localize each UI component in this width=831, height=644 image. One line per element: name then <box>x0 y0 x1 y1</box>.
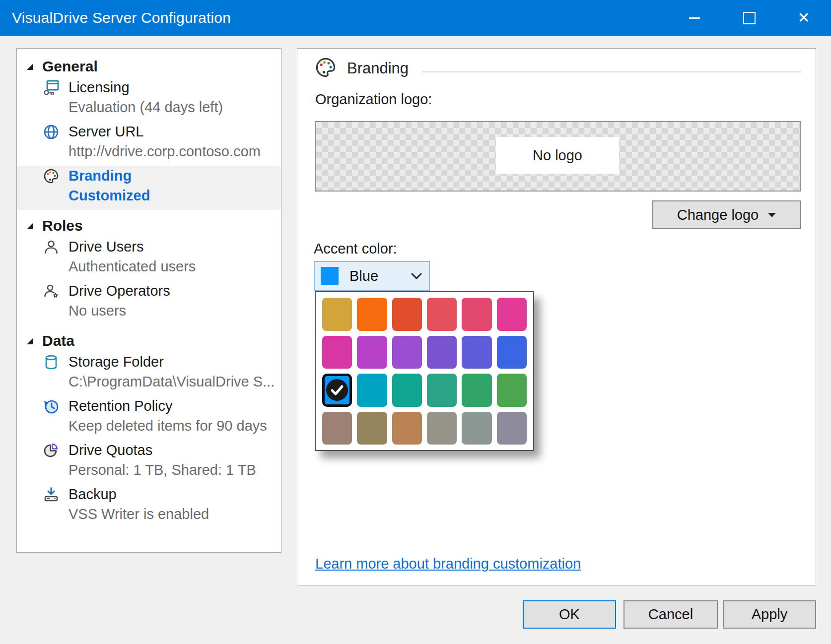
palette-icon <box>43 168 60 185</box>
tree-item-title: Drive Users <box>69 237 281 257</box>
section-label: General <box>42 58 98 75</box>
tree-item-licensing[interactable]: Licensing Evaluation (44 days left) <box>17 77 281 122</box>
section-label: Data <box>42 332 74 349</box>
tree-item-drive-users[interactable]: Drive Users Authenticated users <box>17 237 281 281</box>
tree-item-backup[interactable]: Backup VSS Writer is enabled <box>17 484 281 528</box>
organization-logo-label: Organization logo: <box>315 91 432 108</box>
accent-color-label: Accent color: <box>314 241 397 257</box>
tree-item-subtitle: VSS Writer is enabled <box>69 504 281 524</box>
tree-section-general[interactable]: General <box>17 56 281 77</box>
tree-item-subtitle: Personal: 1 TB, Shared: 1 TB <box>69 460 281 480</box>
tree-item-title: Backup <box>69 484 281 504</box>
tree-item-title: Branding <box>69 166 281 186</box>
apply-button[interactable]: Apply <box>723 600 816 629</box>
palette-color-cell[interactable] <box>322 412 352 445</box>
palette-color-cell[interactable] <box>392 374 422 407</box>
window-title: VisualDrive Server Configuration <box>12 9 231 26</box>
tree-item-drive-quotas[interactable]: Drive Quotas Personal: 1 TB, Shared: 1 T… <box>17 440 281 484</box>
tree-item-branding[interactable]: Branding Customized <box>17 166 281 210</box>
tree-item-subtitle: C:\ProgramData\VisualDrive S... <box>69 372 281 391</box>
minimize-button[interactable] <box>667 0 722 36</box>
selected-check-icon <box>326 379 348 401</box>
history-clock-icon <box>43 398 60 415</box>
accent-swatch <box>321 267 339 285</box>
palette-color-cell[interactable] <box>427 298 457 331</box>
palette-color-cell[interactable] <box>427 336 457 369</box>
palette-color-cell-selected[interactable] <box>322 374 352 407</box>
palette-color-cell[interactable] <box>497 336 527 369</box>
palette-color-cell[interactable] <box>497 298 527 331</box>
expand-triangle-icon <box>26 337 34 345</box>
palette-color-cell[interactable] <box>322 336 352 369</box>
content-header: Branding <box>314 56 409 81</box>
titlebar: VisualDrive Server Configuration ✕ <box>0 0 831 36</box>
tree-item-title: Retention Policy <box>69 396 281 416</box>
tree-section-roles[interactable]: Roles <box>17 215 281 237</box>
database-icon <box>43 354 60 371</box>
content-title: Branding <box>347 60 409 77</box>
tree-section-data[interactable]: Data <box>17 330 281 352</box>
palette-icon <box>314 56 337 81</box>
close-icon: ✕ <box>797 10 810 25</box>
license-key-icon <box>43 79 60 96</box>
window-controls: ✕ <box>667 0 831 36</box>
palette-color-cell[interactable] <box>462 412 491 445</box>
palette-color-cell[interactable] <box>462 298 491 331</box>
cancel-button[interactable]: Cancel <box>623 600 718 629</box>
palette-color-cell[interactable] <box>427 412 457 445</box>
pie-chart-icon <box>43 442 60 459</box>
chevron-down-icon <box>411 273 422 279</box>
accent-color-palette-popup <box>315 291 534 451</box>
tree-item-subtitle: Evaluation (44 days left) <box>69 97 281 117</box>
tree-item-subtitle: http://vdrive.corp.contoso.com <box>69 141 281 161</box>
tree-item-server-url[interactable]: Server URL http://vdrive.corp.contoso.co… <box>17 122 281 166</box>
palette-color-cell[interactable] <box>357 298 387 331</box>
ok-button[interactable]: OK <box>523 600 616 629</box>
palette-color-cell[interactable] <box>357 336 387 369</box>
section-label: Roles <box>42 217 83 234</box>
user-icon <box>43 239 60 256</box>
palette-color-cell[interactable] <box>392 412 422 445</box>
palette-color-cell[interactable] <box>497 412 527 445</box>
tree-item-subtitle: Authenticated users <box>69 257 281 276</box>
tree-item-subtitle: No users <box>69 301 281 321</box>
settings-tree-panel: General Licensing Evaluation (44 days le… <box>16 48 281 553</box>
palette-color-cell[interactable] <box>462 336 491 369</box>
branding-learn-more-link[interactable]: Learn more about branding customization <box>315 556 581 572</box>
no-logo-placeholder: No logo <box>496 137 619 174</box>
accent-color-dropdown[interactable]: Blue <box>314 261 430 291</box>
maximize-icon <box>743 12 756 24</box>
backup-download-icon <box>43 486 60 503</box>
tree-item-storage-folder[interactable]: Storage Folder C:\ProgramData\VisualDriv… <box>17 352 281 396</box>
user-star-icon <box>43 283 60 300</box>
palette-color-cell[interactable] <box>322 298 352 331</box>
accent-selected-value: Blue <box>349 268 411 284</box>
palette-color-cell[interactable] <box>497 374 527 407</box>
palette-color-cell[interactable] <box>392 298 422 331</box>
globe-icon <box>43 124 60 140</box>
dropdown-caret-icon <box>767 212 776 218</box>
tree-item-title: Storage Folder <box>69 352 281 372</box>
palette-color-cell[interactable] <box>392 336 422 369</box>
close-button[interactable]: ✕ <box>776 0 831 36</box>
branding-content-panel: Branding Organization logo: No logo Chan… <box>297 48 816 585</box>
change-logo-button[interactable]: Change logo <box>652 200 801 229</box>
palette-color-cell[interactable] <box>427 374 457 407</box>
tree-item-title: Licensing <box>69 77 281 97</box>
header-divider <box>422 71 801 72</box>
tree-item-subtitle: Customized <box>69 186 281 205</box>
visualdrive-config-window: { "window": { "title": "VisualDrive Serv… <box>0 0 831 644</box>
tree-item-subtitle: Keep deleted items for 90 days <box>69 416 281 436</box>
maximize-button[interactable] <box>722 0 776 36</box>
palette-color-cell[interactable] <box>357 374 387 407</box>
minimize-icon <box>689 17 700 19</box>
tree-item-title: Drive Quotas <box>69 440 281 460</box>
tree-item-title: Drive Operators <box>69 281 281 301</box>
logo-preview-area: No logo <box>315 121 801 192</box>
expand-triangle-icon <box>26 63 34 71</box>
palette-color-cell[interactable] <box>462 374 491 407</box>
tree-item-drive-operators[interactable]: Drive Operators No users <box>17 281 281 325</box>
tree-item-retention-policy[interactable]: Retention Policy Keep deleted items for … <box>17 396 281 440</box>
palette-color-cell[interactable] <box>357 412 387 445</box>
expand-triangle-icon <box>26 222 34 230</box>
